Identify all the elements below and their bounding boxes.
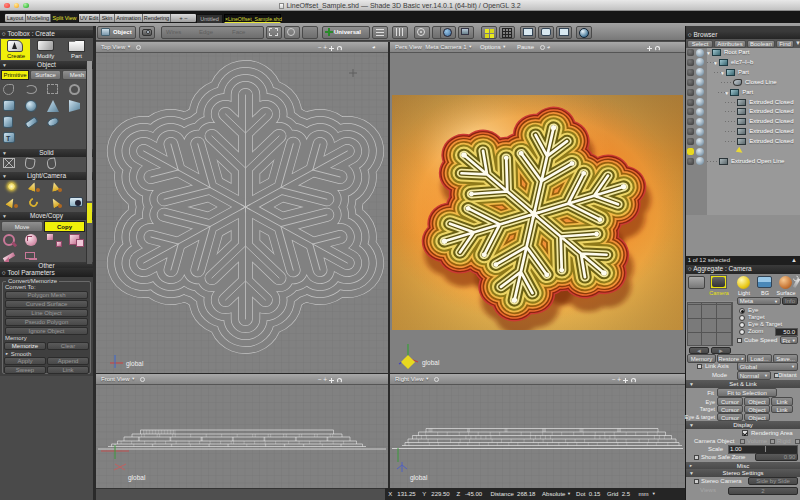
svg-text:global: global [422,359,440,367]
svg-text:global: global [410,474,428,482]
svg-text:global: global [126,360,144,368]
svg-text:global: global [128,474,146,482]
